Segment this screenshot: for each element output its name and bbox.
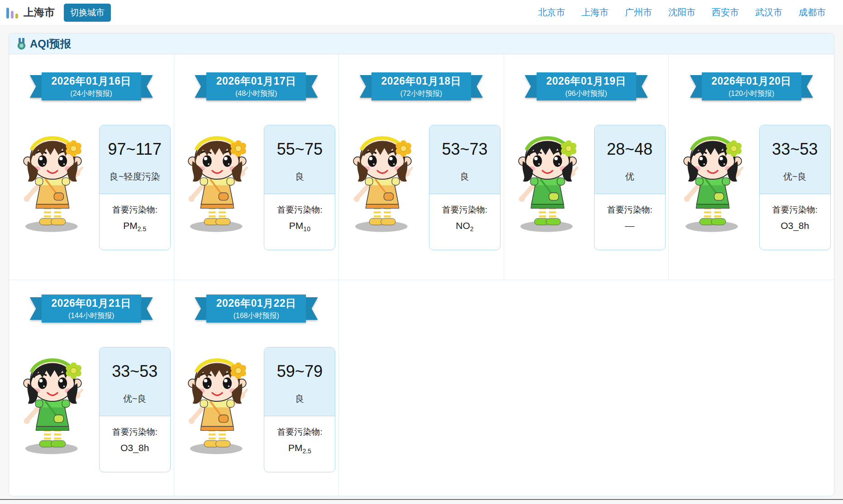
forecast-card: 2026年01月20日 (120小时预报) — [669, 54, 834, 250]
ribbon-center: 2026年01月22日 (168小时预报) — [206, 295, 306, 323]
ribbon-center: 2026年01月18日 (72小时预报) — [371, 72, 471, 100]
top-bar: 上海市 切换城市 北京市上海市广州市沈阳市西安市武汉市成都市 — [0, 0, 843, 25]
ribbon-center: 2026年01月21日 (144小时预报) — [42, 295, 141, 323]
pollutant-label: 首要污染物: — [267, 426, 332, 438]
pollutant-value: O3_8h — [102, 442, 167, 455]
forecast-hours-label: (96小时预报) — [565, 89, 607, 99]
date-ribbon: 2026年01月16日 (24小时预报) — [42, 72, 141, 100]
aqi-value-box: 59~79 良 首要污染物: PM2.5 — [264, 347, 335, 472]
aqi-box-bottom: 首要污染物: PM2.5 — [264, 416, 335, 472]
city-link[interactable]: 西安市 — [712, 6, 739, 19]
aqi-value-box: 28~48 优 首要污染物: — — [594, 125, 666, 250]
aqi-box-top: 33~53 优~良 — [100, 347, 170, 416]
aqi-value-box: 33~53 优~良 首要污染物: O3_8h — [99, 347, 171, 472]
card-content: 33~53 优~良 首要污染物: O3_8h — [9, 347, 174, 472]
forecast-hours-label: (72小时预报) — [400, 89, 442, 99]
aqi-value-range: 53~73 — [432, 140, 497, 159]
forecast-card: 2026年01月16日 (24小时预报) — [9, 54, 174, 250]
card-content: 33~53 优~良 首要污染物: O3_8h — [669, 125, 834, 250]
forecast-date: 2026年01月20日 — [711, 74, 791, 88]
ribbon-center: 2026年01月19日 (96小时预报) — [537, 72, 636, 100]
pollutant-value: NO2 — [432, 220, 497, 233]
aqi-level: 优 — [597, 171, 662, 183]
forecast-date: 2026年01月18日 — [381, 74, 462, 88]
pollutant-label: 首要污染物: — [102, 426, 167, 438]
city-link[interactable]: 北京市 — [538, 6, 565, 19]
bar-chart-icon — [6, 7, 18, 19]
date-ribbon: 2026年01月20日 (120小时预报) — [702, 72, 801, 100]
card-content: 55~75 良 首要污染物: PM10 — [174, 125, 339, 250]
girl-mascot — [507, 125, 588, 233]
card-content: 28~48 优 首要污染物: — — [504, 125, 669, 250]
city-link[interactable]: 武汉市 — [755, 6, 782, 19]
date-ribbon: 2026年01月18日 (72小时预报) — [371, 72, 471, 100]
date-ribbon: 2026年01月17日 (48小时预报) — [206, 72, 306, 100]
aqi-forecast-panel: AQI预报 2026年01月16日 (24小时预报) — [9, 33, 834, 496]
aqi-level: 良 — [267, 171, 332, 183]
forecast-card: 2026年01月22日 (168小时预报) — [174, 280, 339, 472]
empty-card-cell — [504, 280, 669, 496]
forecast-hours-label: (168小时预报) — [233, 311, 279, 321]
city-link[interactable]: 广州市 — [625, 6, 652, 19]
card-content: 59~79 良 首要污染物: PM2.5 — [174, 347, 339, 472]
girl-mascot — [12, 125, 93, 233]
pollutant-value: PM10 — [267, 220, 332, 233]
forecast-card: 2026年01月18日 (72小时预报) — [339, 54, 504, 250]
forecast-date: 2026年01月19日 — [546, 74, 626, 88]
girl-mascot — [177, 347, 257, 455]
city-link[interactable]: 沈阳市 — [668, 6, 695, 19]
aqi-value-range: 97~117 — [102, 140, 167, 159]
aqi-value-range: 59~79 — [267, 362, 332, 381]
aqi-level: 良 — [267, 393, 332, 405]
aqi-value-range: 55~75 — [267, 140, 332, 159]
empty-card-cell — [339, 280, 504, 496]
forecast-card-cell: 2026年01月18日 (72小时预报) — [339, 54, 504, 280]
aqi-value-box: 97~117 良~轻度污染 首要污染物: PM2.5 — [99, 125, 171, 250]
city-link[interactable]: 上海市 — [581, 6, 609, 19]
aqi-box-bottom: 首要污染物: O3_8h — [760, 194, 830, 250]
panel-title: AQI预报 — [30, 37, 71, 51]
aqi-box-bottom: 首要污染物: PM10 — [264, 194, 335, 250]
ribbon-center: 2026年01月16日 (24小时预报) — [42, 72, 141, 100]
page-bottom-divider — [0, 499, 843, 500]
aqi-box-top: 59~79 良 — [264, 347, 335, 416]
girl-mascot — [177, 125, 257, 233]
aqi-value-range: 28~48 — [597, 140, 662, 159]
pollutant-value: PM2.5 — [102, 220, 167, 233]
aqi-box-top: 53~73 良 — [429, 125, 500, 194]
switch-city-button[interactable]: 切换城市 — [64, 4, 111, 22]
pollutant-value: PM2.5 — [267, 442, 332, 455]
girl-mascot — [12, 347, 93, 455]
forecast-hours-label: (120小时预报) — [729, 89, 774, 99]
forecast-date: 2026年01月21日 — [51, 296, 131, 310]
date-ribbon: 2026年01月22日 (168小时预报) — [206, 295, 306, 323]
forecast-card-cell: 2026年01月22日 (168小时预报) — [174, 280, 339, 496]
girl-mascot — [342, 125, 423, 233]
aqi-value-box: 33~53 优~良 首要污染物: O3_8h — [759, 125, 831, 250]
aqi-box-top: 28~48 优 — [595, 125, 665, 194]
aqi-value-range: 33~53 — [102, 362, 167, 381]
pollutant-label: 首要污染物: — [102, 204, 167, 216]
pollutant-label: 首要污染物: — [597, 204, 662, 216]
aqi-box-top: 55~75 良 — [264, 125, 335, 194]
medal-icon — [17, 38, 26, 50]
aqi-box-bottom: 首要污染物: — — [595, 194, 665, 250]
forecast-card: 2026年01月19日 (96小时预报) — [504, 54, 669, 250]
aqi-level: 良~轻度污染 — [102, 171, 167, 183]
city-link[interactable]: 成都市 — [799, 6, 826, 19]
girl-mascot — [672, 125, 753, 233]
forecast-date: 2026年01月17日 — [216, 74, 296, 88]
aqi-level: 优~良 — [102, 393, 167, 405]
pollutant-value: — — [597, 220, 662, 233]
date-ribbon: 2026年01月19日 (96小时预报) — [537, 72, 636, 100]
forecast-row-1: 2026年01月16日 (24小时预报) — [9, 54, 834, 280]
aqi-level: 良 — [432, 171, 497, 183]
forecast-card-cell: 2026年01月19日 (96小时预报) — [504, 54, 669, 280]
forecast-date: 2026年01月16日 — [51, 74, 131, 88]
current-city-name: 上海市 — [24, 5, 55, 19]
aqi-value-range: 33~53 — [762, 140, 828, 159]
forecast-card-cell: 2026年01月16日 (24小时预报) — [9, 54, 174, 280]
aqi-box-bottom: 首要污染物: NO2 — [429, 194, 500, 250]
panel-header: AQI预报 — [9, 33, 834, 54]
pollutant-label: 首要污染物: — [762, 204, 828, 216]
